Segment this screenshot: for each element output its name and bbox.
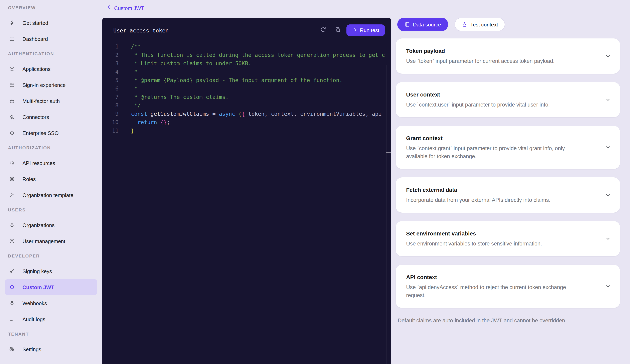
chevron-down-icon <box>605 236 611 242</box>
sidebar-item-label: API resources <box>22 160 55 166</box>
card-fetch-external-data[interactable]: Fetch external dataIncorporate data from… <box>396 178 620 213</box>
sidebar-item-signing-keys[interactable]: Signing keys <box>5 263 97 279</box>
code-line: 2 * This function is called during the a… <box>102 51 391 59</box>
tab-test-context[interactable]: Test context <box>454 18 505 31</box>
sidebar-item-label: Organizations <box>22 222 54 228</box>
tab-data-source[interactable]: Data source <box>397 18 448 31</box>
line-number: 10 <box>102 118 118 126</box>
line-number: 11 <box>102 126 118 135</box>
sidebar-item-custom-jwt[interactable]: Custom JWT <box>5 279 97 295</box>
code-text: * Limit custom claims to under 50KB. <box>118 59 251 68</box>
line-number: 5 <box>102 76 118 84</box>
default-claims-note: Default claims are auto-included in the … <box>398 317 620 325</box>
webhook-icon <box>9 300 15 306</box>
line-number: 1 <box>102 42 118 51</box>
code-text: * This function is called during the acc… <box>118 51 385 59</box>
card-description: Use environment variables to store sensi… <box>406 240 598 248</box>
code-area[interactable]: 1/**2 * This function is called during t… <box>102 42 391 135</box>
bolt-icon <box>9 20 15 26</box>
chevron-down-icon <box>605 144 611 150</box>
sidebar-item-dashboard[interactable]: Dashboard <box>5 31 97 47</box>
page-title: Custom JWT <box>114 5 144 11</box>
card-title: User context <box>406 90 598 98</box>
code-text: return {}; <box>118 118 170 126</box>
code-line: 4 * <box>102 68 391 76</box>
card-api-context[interactable]: API contextUse `api.denyAccess` method t… <box>396 265 620 308</box>
sidebar-item-connectors[interactable]: Connectors <box>5 109 97 125</box>
code-text: * <box>118 68 138 76</box>
sidebar-item-label: User management <box>22 238 65 244</box>
card-set-environment-variables[interactable]: Set environment variablesUse environment… <box>396 221 620 256</box>
sidebar-item-label: Custom JWT <box>22 284 54 290</box>
copy-code-button[interactable] <box>332 25 343 36</box>
cloud-box-icon <box>9 160 15 166</box>
sidebar-item-get-started[interactable]: Get started <box>5 15 97 31</box>
code-line: 5 * @param {Payload} payload - The input… <box>102 76 391 84</box>
sidebar-item-applications[interactable]: Applications <box>5 61 97 77</box>
org-chart-icon <box>9 222 15 228</box>
book-icon <box>404 22 410 27</box>
chevron-down-icon <box>605 192 611 198</box>
card-description: Use `api.denyAccess` method to reject th… <box>406 284 598 300</box>
sidebar-item-label: Signing keys <box>22 268 52 274</box>
editor-actions: Run test <box>318 24 385 36</box>
code-line: 9const getCustomJwtClaims = async ({ tok… <box>102 110 391 118</box>
section-label-users: USERS <box>8 207 94 213</box>
sidebar-item-organizations[interactable]: Organizations <box>5 217 97 233</box>
section-label-developer: DEVELOPER <box>8 253 94 259</box>
code-line: 8 */ <box>102 101 391 110</box>
app-shell: OVERVIEWGet startedDashboardAUTHENTICATI… <box>0 0 630 364</box>
editor-header: User access token Run test <box>102 18 391 36</box>
back-link[interactable]: Custom JWT <box>106 4 144 12</box>
sidebar-item-label: Connectors <box>22 114 49 120</box>
indent-guide <box>130 51 130 126</box>
sidebar-item-settings[interactable]: Settings <box>5 341 97 357</box>
sidebar-item-webhooks[interactable]: Webhooks <box>5 295 97 311</box>
sidebar: OVERVIEWGet startedDashboardAUTHENTICATI… <box>0 0 102 364</box>
sidebar-item-label: Get started <box>22 20 48 26</box>
card-list: Token payloadUse `token` input parameter… <box>396 38 620 325</box>
sidebar-item-label: Roles <box>22 176 36 182</box>
overview-ruler <box>386 65 387 364</box>
card-title: API context <box>406 273 598 281</box>
section-label-overview: OVERVIEW <box>8 5 94 11</box>
sidebar-item-organization-template[interactable]: Organization template <box>5 187 97 203</box>
code-text: const getCustomJwtClaims = async ({ toke… <box>118 110 382 118</box>
gear-icon <box>9 346 15 352</box>
card-token-payload[interactable]: Token payloadUse `token` input parameter… <box>396 38 620 74</box>
sidebar-item-label: Sign-in experience <box>22 82 66 88</box>
sidebar-item-multi-factor-auth[interactable]: Multi-factor auth <box>5 93 97 109</box>
code-line: 10 return {}; <box>102 118 391 126</box>
card-grant-context[interactable]: Grant contextUse `context.grant` input p… <box>396 126 620 169</box>
sidebar-item-audit-logs[interactable]: Audit logs <box>5 311 97 327</box>
card-description: Use `context.user` input parameter to pr… <box>406 101 598 109</box>
sidebar-item-enterprise-sso[interactable]: Enterprise SSO <box>5 125 97 141</box>
line-number: 6 <box>102 84 118 93</box>
line-number: 4 <box>102 68 118 76</box>
line-number: 9 <box>102 110 118 118</box>
sidebar-item-label: Multi-factor auth <box>22 98 60 104</box>
refresh-icon <box>320 26 326 34</box>
card-user-context[interactable]: User contextUse `context.user` input par… <box>396 82 620 117</box>
reset-code-button[interactable] <box>318 25 328 36</box>
section-label-authorization: AUTHORIZATION <box>8 145 94 151</box>
code-text: * @returns The custom claims. <box>118 93 229 101</box>
jwt-badge-icon <box>9 284 15 290</box>
sidebar-item-sign-in-experience[interactable]: Sign-in experience <box>5 77 97 93</box>
code-line: 6 * <box>102 84 391 93</box>
sidebar-item-label: Organization template <box>22 192 73 198</box>
sidebar-item-roles[interactable]: Roles <box>5 171 97 187</box>
run-test-button[interactable]: Run test <box>346 24 385 36</box>
sidebar-item-user-management[interactable]: User management <box>5 233 97 249</box>
card-description: Use `context.grant` input parameter to p… <box>406 144 598 160</box>
browser-icon <box>9 82 15 88</box>
copy-icon <box>334 26 341 34</box>
box-icon <box>9 66 15 72</box>
sidebar-item-api-resources[interactable]: API resources <box>5 155 97 171</box>
tab-label: Test context <box>470 22 498 28</box>
code-line: 1/** <box>102 42 391 51</box>
code-line: 3 * Limit custom claims to under 50KB. <box>102 59 391 68</box>
code-line: 7 * @returns The custom claims. <box>102 93 391 101</box>
audit-list-icon <box>9 316 15 322</box>
card-title: Set environment variables <box>406 230 598 238</box>
